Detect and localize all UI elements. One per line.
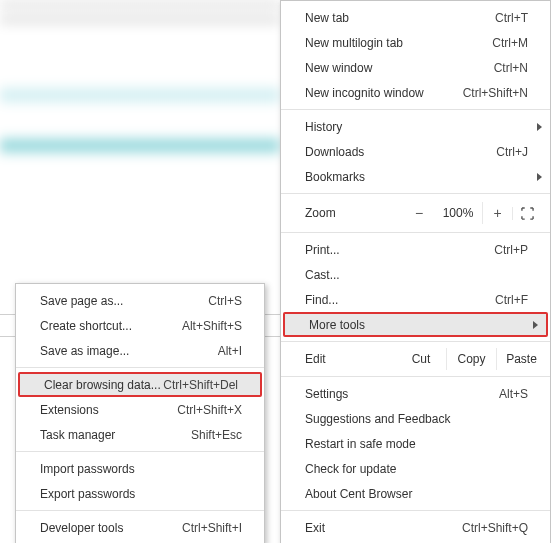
menu-separator	[281, 109, 550, 110]
zoom-in-button[interactable]: +	[482, 202, 512, 224]
copy-button[interactable]: Copy	[446, 348, 496, 370]
menu-downloads[interactable]: DownloadsCtrl+J	[281, 139, 550, 164]
menu-item-label: Check for update	[305, 462, 528, 476]
paste-button[interactable]: Paste	[496, 348, 546, 370]
menu-item-label: Bookmarks	[305, 170, 528, 184]
shortcut-label: Alt+Shift+S	[182, 319, 242, 333]
menu-separator	[281, 510, 550, 511]
menu-separator	[281, 232, 550, 233]
menu-item-label: New tab	[305, 11, 495, 25]
submenu-export-passwords[interactable]: Export passwords	[16, 481, 264, 506]
submenu-import-passwords[interactable]: Import passwords	[16, 456, 264, 481]
menu-settings[interactable]: SettingsAlt+S	[281, 381, 550, 406]
menu-item-label: Export passwords	[40, 487, 242, 501]
menu-item-label: Settings	[305, 387, 499, 401]
blurred-background	[0, 0, 280, 280]
menu-item-label: Save page as...	[40, 294, 208, 308]
menu-history[interactable]: History	[281, 114, 550, 139]
more-tools-submenu: Save page as...Ctrl+SCreate shortcut...A…	[15, 283, 265, 543]
shortcut-label: Alt+I	[218, 344, 242, 358]
shortcut-label: Ctrl+J	[496, 145, 528, 159]
menu-item-label: Developer tools	[40, 521, 182, 535]
menu-item-label: New multilogin tab	[305, 36, 492, 50]
submenu-create-shortcut[interactable]: Create shortcut...Alt+Shift+S	[16, 313, 264, 338]
shortcut-label: Ctrl+Shift+X	[177, 403, 242, 417]
menu-bookmarks[interactable]: Bookmarks	[281, 164, 550, 189]
chevron-right-icon	[537, 123, 542, 131]
shortcut-label: Ctrl+N	[494, 61, 528, 75]
menu-item-label: More tools	[309, 318, 524, 332]
menu-check-for-update[interactable]: Check for update	[281, 456, 550, 481]
cut-button[interactable]: Cut	[396, 348, 446, 370]
menu-item-label: Save as image...	[40, 344, 218, 358]
menu-item-label: New window	[305, 61, 494, 75]
menu-separator	[281, 341, 550, 342]
menu-restart-in-safe-mode[interactable]: Restart in safe mode	[281, 431, 550, 456]
shortcut-label: Shift+Esc	[191, 428, 242, 442]
menu-new-incognito-window[interactable]: New incognito windowCtrl+Shift+N	[281, 80, 550, 105]
menu-item-label: History	[305, 120, 528, 134]
edit-row: Edit Cut Copy Paste	[281, 346, 550, 372]
menu-separator	[16, 367, 264, 368]
chrome-main-menu: New tabCtrl+TNew multilogin tabCtrl+MNew…	[280, 0, 551, 543]
submenu-save-as-image[interactable]: Save as image...Alt+I	[16, 338, 264, 363]
menu-item-label: Print...	[305, 243, 494, 257]
menu-item-label: Suggestions and Feedback	[305, 412, 528, 426]
menu-item-label: New incognito window	[305, 86, 463, 100]
chevron-right-icon	[537, 173, 542, 181]
menu-item-label: Restart in safe mode	[305, 437, 528, 451]
menu-separator	[281, 193, 550, 194]
chevron-right-icon	[533, 321, 538, 329]
menu-exit[interactable]: ExitCtrl+Shift+Q	[281, 515, 550, 540]
menu-item-label: Clear browsing data...	[44, 378, 163, 392]
shortcut-label: Ctrl+Shift+Q	[462, 521, 528, 535]
zoom-out-button[interactable]: −	[404, 202, 434, 224]
shortcut-label: Ctrl+Shift+I	[182, 521, 242, 535]
fullscreen-icon[interactable]	[512, 207, 542, 220]
shortcut-label: Ctrl+Shift+N	[463, 86, 528, 100]
menu-item-label: Create shortcut...	[40, 319, 182, 333]
zoom-value: 100%	[434, 206, 482, 220]
menu-cast[interactable]: Cast...	[281, 262, 550, 287]
menu-item-label: Find...	[305, 293, 495, 307]
shortcut-label: Ctrl+F	[495, 293, 528, 307]
menu-separator	[16, 510, 264, 511]
menu-item-label: About Cent Browser	[305, 487, 528, 501]
menu-suggestions-and-feedback[interactable]: Suggestions and Feedback	[281, 406, 550, 431]
menu-item-label: Task manager	[40, 428, 191, 442]
menu-item-label: Cast...	[305, 268, 528, 282]
shortcut-label: Alt+S	[499, 387, 528, 401]
menu-new-multilogin-tab[interactable]: New multilogin tabCtrl+M	[281, 30, 550, 55]
menu-more-tools[interactable]: More tools	[283, 312, 548, 337]
zoom-label: Zoom	[305, 206, 404, 220]
submenu-save-page-as[interactable]: Save page as...Ctrl+S	[16, 288, 264, 313]
shortcut-label: Ctrl+P	[494, 243, 528, 257]
menu-item-label: Exit	[305, 521, 462, 535]
menu-print[interactable]: Print...Ctrl+P	[281, 237, 550, 262]
edit-label: Edit	[305, 352, 396, 366]
shortcut-label: Ctrl+T	[495, 11, 528, 25]
shortcut-label: Ctrl+M	[492, 36, 528, 50]
submenu-developer-tools[interactable]: Developer toolsCtrl+Shift+I	[16, 515, 264, 540]
shortcut-label: Ctrl+Shift+Del	[163, 378, 238, 392]
menu-about-cent-browser[interactable]: About Cent Browser	[281, 481, 550, 506]
menu-separator	[16, 451, 264, 452]
submenu-extensions[interactable]: ExtensionsCtrl+Shift+X	[16, 397, 264, 422]
menu-separator	[281, 376, 550, 377]
menu-item-label: Downloads	[305, 145, 496, 159]
shortcut-label: Ctrl+S	[208, 294, 242, 308]
menu-new-window[interactable]: New windowCtrl+N	[281, 55, 550, 80]
submenu-task-manager[interactable]: Task managerShift+Esc	[16, 422, 264, 447]
zoom-row: Zoom − 100% +	[281, 198, 550, 228]
menu-new-tab[interactable]: New tabCtrl+T	[281, 5, 550, 30]
menu-item-label: Extensions	[40, 403, 177, 417]
submenu-clear-browsing-data[interactable]: Clear browsing data...Ctrl+Shift+Del	[18, 372, 262, 397]
menu-item-label: Import passwords	[40, 462, 242, 476]
menu-find[interactable]: Find...Ctrl+F	[281, 287, 550, 312]
